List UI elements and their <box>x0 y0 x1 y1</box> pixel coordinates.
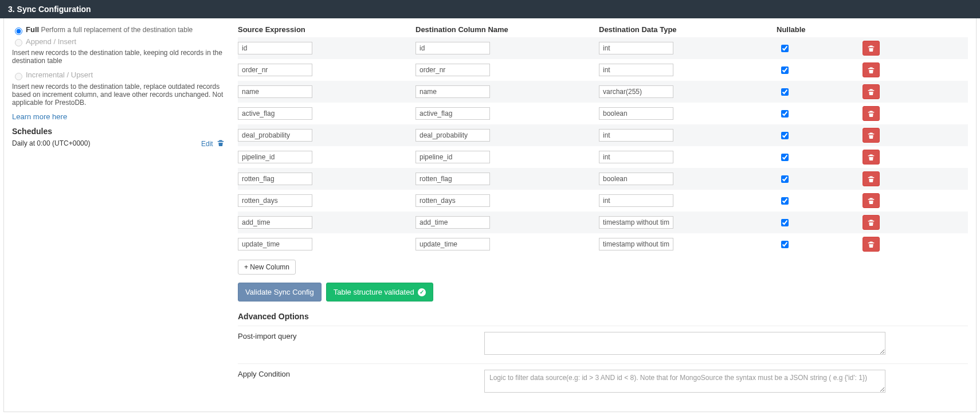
destination-column-input[interactable] <box>415 85 490 98</box>
destination-type-input[interactable] <box>599 194 673 207</box>
rows-container <box>238 37 968 255</box>
delete-row-button[interactable] <box>863 171 880 186</box>
destination-type-input[interactable] <box>599 238 673 250</box>
sync-mode-desc: Insert new records to the destination ta… <box>12 83 224 107</box>
source-expression-input[interactable] <box>238 42 312 54</box>
nullable-checkbox[interactable] <box>781 197 789 205</box>
column-headers: Source Expression Destination Column Nam… <box>238 25 968 34</box>
nullable-checkbox[interactable] <box>781 241 789 248</box>
apply-condition-label: Apply Condition <box>238 370 473 394</box>
header-source: Source Expression <box>238 25 415 34</box>
trash-icon <box>868 66 875 73</box>
schedule-edit-link[interactable]: Edit <box>201 140 213 148</box>
destination-column-input[interactable] <box>415 107 490 120</box>
sync-mode-label: Full <box>26 25 39 34</box>
table-row <box>238 81 968 103</box>
table-row <box>238 103 968 124</box>
panel-body: Full Perform a full replacement of the d… <box>3 18 977 412</box>
source-expression-input[interactable] <box>238 129 312 142</box>
check-icon: ✓ <box>418 288 426 296</box>
nullable-checkbox[interactable] <box>781 154 789 161</box>
trash-icon <box>868 197 875 204</box>
delete-row-button[interactable] <box>863 84 880 99</box>
destination-type-input[interactable] <box>599 173 673 185</box>
nullable-checkbox[interactable] <box>781 175 789 183</box>
sync-mode-radio[interactable] <box>15 28 22 35</box>
header-type: Destination Data Type <box>599 25 777 34</box>
nullable-checkbox[interactable] <box>781 132 789 139</box>
destination-column-input[interactable] <box>415 238 490 250</box>
source-expression-input[interactable] <box>238 85 312 98</box>
trash-icon <box>868 154 875 160</box>
trash-icon <box>868 219 875 226</box>
schedule-row: Daily at 0:00 (UTC+0000) Edit <box>12 139 224 148</box>
delete-row-button[interactable] <box>863 193 880 208</box>
delete-row-button[interactable] <box>863 41 880 56</box>
trash-icon <box>868 175 875 182</box>
sync-mode-radio <box>15 73 22 80</box>
sync-mode-option: Full Perform a full replacement of the d… <box>12 25 224 35</box>
table-validated-label: Table structure validated <box>334 288 414 296</box>
destination-type-input[interactable] <box>599 107 673 120</box>
destination-type-input[interactable] <box>599 42 673 54</box>
source-expression-input[interactable] <box>238 238 312 250</box>
table-row <box>238 212 968 233</box>
header-nullable: Nullable <box>777 25 834 34</box>
panel-title: 3. Sync Configuration <box>8 5 91 14</box>
destination-column-input[interactable] <box>415 216 490 229</box>
nullable-checkbox[interactable] <box>781 110 789 118</box>
source-expression-input[interactable] <box>238 216 312 229</box>
table-row <box>238 146 968 168</box>
trash-icon <box>868 241 875 248</box>
destination-type-input[interactable] <box>599 151 673 163</box>
sidebar: Full Perform a full replacement of the d… <box>12 25 224 401</box>
post-import-query-input[interactable] <box>484 332 885 355</box>
post-import-row: Post-import query <box>238 326 968 357</box>
delete-row-button[interactable] <box>863 150 880 165</box>
nullable-checkbox[interactable] <box>781 66 789 74</box>
delete-row-button[interactable] <box>863 62 880 77</box>
destination-type-input[interactable] <box>599 216 673 229</box>
delete-row-button[interactable] <box>863 237 880 252</box>
table-row <box>238 233 968 255</box>
destination-column-input[interactable] <box>415 64 490 76</box>
nullable-checkbox[interactable] <box>781 219 789 226</box>
apply-condition-input[interactable] <box>484 370 885 393</box>
validate-sync-config-button[interactable]: Validate Sync Config <box>238 283 322 301</box>
source-expression-input[interactable] <box>238 107 312 120</box>
destination-column-input[interactable] <box>415 129 490 142</box>
sync-mode-desc: Perform a full replacement of the destin… <box>39 26 193 34</box>
header-dest: Destination Column Name <box>415 25 599 34</box>
table-validated-badge[interactable]: Table structure validated ✓ <box>326 283 433 301</box>
destination-column-input[interactable] <box>415 151 490 163</box>
delete-row-button[interactable] <box>863 215 880 230</box>
nullable-checkbox[interactable] <box>781 88 789 96</box>
delete-row-button[interactable] <box>863 106 880 121</box>
source-expression-input[interactable] <box>238 173 312 185</box>
destination-column-input[interactable] <box>415 194 490 207</box>
source-expression-input[interactable] <box>238 151 312 163</box>
nullable-checkbox[interactable] <box>781 45 789 52</box>
post-import-label: Post-import query <box>238 332 473 357</box>
new-column-button[interactable]: + New Column <box>238 260 296 275</box>
trash-icon <box>868 45 875 52</box>
destination-type-input[interactable] <box>599 64 673 76</box>
delete-row-button[interactable] <box>863 128 880 143</box>
source-expression-input[interactable] <box>238 64 312 76</box>
learn-more-link[interactable]: Learn more here <box>12 112 67 121</box>
destination-type-input[interactable] <box>599 129 673 142</box>
panel-header: 3. Sync Configuration <box>0 0 980 18</box>
trash-icon <box>868 110 875 117</box>
schedule-delete-icon[interactable] <box>217 140 224 148</box>
table-row <box>238 37 968 59</box>
destination-column-input[interactable] <box>415 42 490 54</box>
source-expression-input[interactable] <box>238 194 312 207</box>
sync-mode-desc: Insert new records to the destination ta… <box>12 49 224 65</box>
destination-column-input[interactable] <box>415 173 490 185</box>
trash-icon <box>868 132 875 139</box>
trash-icon <box>868 88 875 95</box>
destination-type-input[interactable] <box>599 85 673 98</box>
sync-mode-radio <box>15 39 22 46</box>
table-row <box>238 168 968 190</box>
table-row <box>238 124 968 146</box>
